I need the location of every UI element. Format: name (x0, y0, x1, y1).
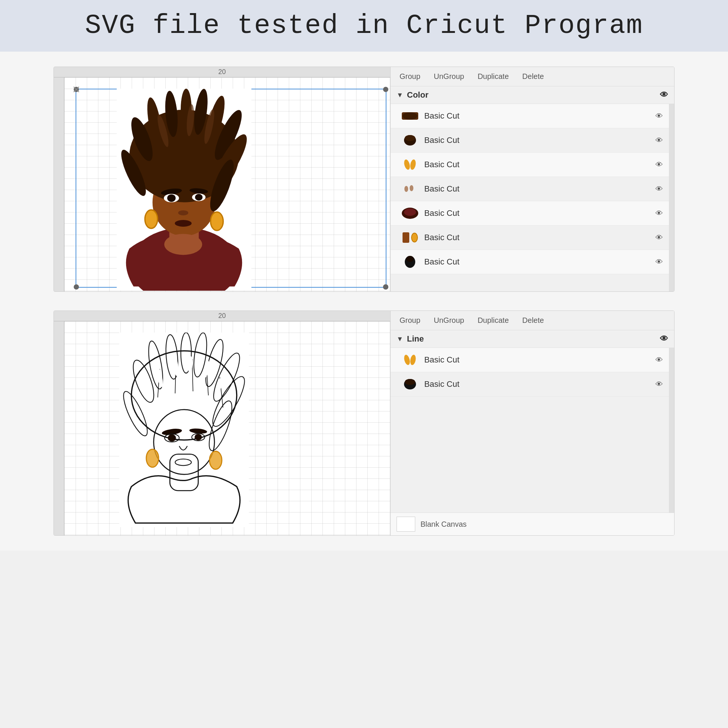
canvas-area-color: 20 (54, 67, 390, 291)
layers-panel-color: Group UnGroup Duplicate Delete ▼ Color 👁 (390, 67, 674, 291)
layer-row: Basic Cut 👁 (390, 104, 669, 128)
layer-row: Basic Cut 👁 (390, 177, 669, 201)
svg-point-23 (195, 194, 202, 200)
layer-row: Basic Cut 👁 (390, 153, 669, 177)
layers-list-line: Basic Cut 👁 Basic Cut 👁 (390, 348, 669, 512)
eye-icon-group-line[interactable]: 👁 (660, 334, 668, 344)
svg-point-82 (405, 379, 415, 385)
delete-button-line[interactable]: Delete (519, 315, 547, 326)
layer-thumb-5 (401, 204, 419, 222)
canvas-area-line: 20 (54, 311, 390, 535)
duplicate-button-line[interactable]: Duplicate (475, 315, 512, 326)
svg-point-71 (168, 434, 176, 442)
ungroup-button[interactable]: UnGroup (431, 71, 467, 82)
svg-point-29 (164, 234, 202, 255)
layer-row: Basic Cut 👁 (390, 372, 669, 396)
corner-br[interactable] (383, 284, 388, 289)
group-button[interactable]: Group (396, 71, 424, 82)
layer-name-6: Basic Cut (424, 233, 650, 242)
layer-group-header-color: ▼ Color 👁 (390, 86, 674, 104)
svg-point-76 (146, 449, 159, 467)
svg-point-35 (410, 159, 417, 170)
blank-canvas-thumb (396, 517, 415, 532)
svg-point-31 (402, 112, 418, 120)
panel-scroll-color: Basic Cut 👁 Basic Cut 👁 (390, 104, 674, 291)
svg-rect-40 (402, 232, 409, 243)
layer-row: Basic Cut 👁 (390, 201, 669, 226)
layer-thumb-4 (401, 180, 419, 198)
ungroup-button-line[interactable]: UnGroup (431, 315, 467, 326)
eye-icon-7[interactable]: 👁 (655, 258, 663, 266)
main-content: 20 (0, 52, 728, 551)
corner-tr[interactable] (383, 87, 388, 92)
eye-icon-4[interactable]: 👁 (655, 185, 663, 193)
eye-icon-line-1[interactable]: 👁 (655, 356, 663, 364)
svg-point-28 (211, 212, 223, 231)
svg-point-33 (405, 135, 415, 141)
group-label: Color (407, 90, 428, 100)
blank-canvas-row: Blank Canvas (390, 512, 674, 535)
layer-thumb-6 (401, 229, 419, 246)
layer-row: Basic Cut 👁 (390, 348, 669, 372)
svg-point-79 (403, 354, 411, 366)
svg-point-21 (167, 194, 176, 202)
eye-icon-6[interactable]: 👁 (655, 234, 663, 242)
svg-point-34 (403, 159, 411, 171)
layer-thumb-2 (401, 131, 419, 149)
svg-point-27 (147, 213, 155, 226)
portrait-color-svg (76, 89, 292, 291)
layer-thumb-1 (401, 107, 419, 125)
cricut-panel-line: 20 (54, 310, 674, 536)
eye-icon-1[interactable]: 👁 (655, 112, 663, 121)
delete-button[interactable]: Delete (519, 71, 547, 82)
layer-name-3: Basic Cut (424, 160, 650, 170)
svg-point-39 (404, 208, 416, 216)
panel-scroll-line: Basic Cut 👁 Basic Cut 👁 (390, 348, 674, 512)
portrait-line-svg (76, 333, 292, 527)
layer-name-5: Basic Cut (424, 208, 650, 218)
header-banner: SVG file tested in Cricut Program (0, 0, 728, 52)
group-button-line[interactable]: Group (396, 315, 424, 326)
layer-name-4: Basic Cut (424, 184, 650, 194)
canvas-grid-color (64, 78, 390, 291)
ruler-number-line: 20 (218, 312, 226, 320)
scrollbar-line[interactable] (669, 348, 674, 512)
layers-toolbar-line: Group UnGroup Duplicate Delete (390, 311, 674, 330)
svg-point-43 (406, 256, 414, 262)
canvas-grid-line (64, 321, 390, 535)
blank-canvas-label: Blank Canvas (421, 520, 466, 529)
scrollbar-color[interactable] (669, 104, 674, 291)
layer-name-7: Basic Cut (424, 257, 650, 267)
svg-point-37 (410, 185, 413, 191)
svg-rect-44 (119, 333, 249, 527)
eye-icon-2[interactable]: 👁 (655, 136, 663, 145)
chevron-down-icon: ▼ (396, 91, 403, 99)
svg-point-24 (178, 210, 188, 216)
ruler-left-line (54, 321, 64, 535)
layer-thumb-line-2 (401, 375, 419, 393)
group-label-line: Line (407, 334, 424, 344)
layer-name-line-1: Basic Cut (424, 355, 650, 365)
ruler-top: 20 (54, 67, 390, 78)
layer-row: Basic Cut 👁 (390, 128, 669, 153)
ruler-left (54, 78, 64, 291)
eye-icon-5[interactable]: 👁 (655, 209, 663, 218)
svg-point-41 (411, 233, 418, 242)
eye-icon-line-2[interactable]: 👁 (655, 380, 663, 389)
eye-icon-group[interactable]: 👁 (660, 90, 668, 100)
layer-row: Basic Cut 👁 (390, 250, 669, 274)
layers-toolbar-color: Group UnGroup Duplicate Delete (390, 67, 674, 86)
layers-panel-line: Group UnGroup Duplicate Delete ▼ Line 👁 (390, 311, 674, 535)
layer-name-2: Basic Cut (424, 135, 650, 145)
duplicate-button[interactable]: Duplicate (475, 71, 512, 82)
page-title: SVG file tested in Cricut Program (15, 11, 713, 41)
svg-point-80 (410, 354, 417, 366)
eye-icon-3[interactable]: 👁 (655, 161, 663, 169)
chevron-down-icon-line: ▼ (396, 335, 403, 343)
svg-point-36 (404, 186, 408, 192)
cricut-panel-color: 20 (54, 67, 674, 292)
svg-point-25 (175, 220, 191, 227)
layer-thumb-3 (401, 156, 419, 174)
layer-name-1: Basic Cut (424, 111, 650, 121)
svg-point-78 (210, 451, 222, 469)
